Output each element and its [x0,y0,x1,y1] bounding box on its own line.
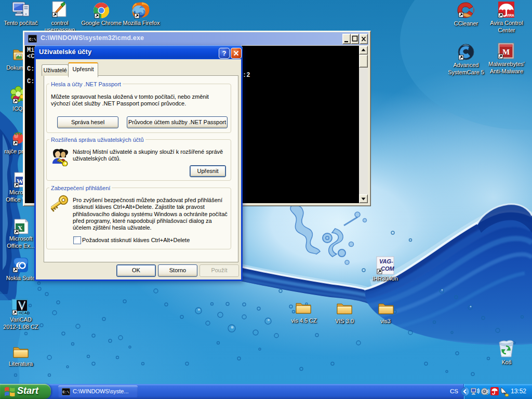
svg-text:C:\: C:\ [29,37,36,42]
svg-text:M: M [502,48,510,56]
svg-text:VIRA: VIRA [506,14,514,17]
svg-text:COM: COM [381,265,395,272]
svg-text:VAG-: VAG- [379,258,393,264]
svg-text:C:\: C:\ [63,390,70,394]
svg-text:riCAD: riCAD [19,311,30,315]
